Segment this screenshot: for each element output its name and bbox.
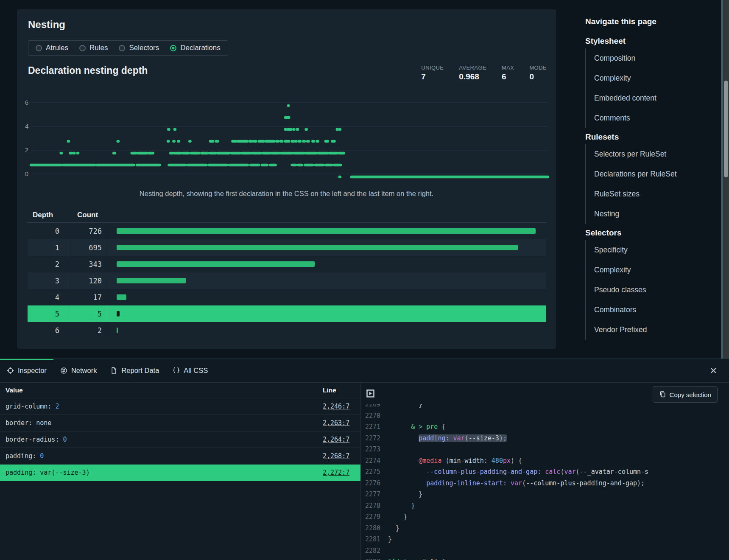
stat-max: MAX6 [502, 64, 514, 81]
scatter-point-depth-4 [287, 128, 293, 131]
declaration-value: var(--size-3) [40, 469, 89, 476]
scatter-point-depth-2 [169, 152, 174, 155]
tab-label: Report Data [121, 367, 159, 375]
count-bar-cell [108, 328, 546, 333]
stat-unique: UNIQUE7 [421, 64, 444, 81]
sidebar-item-ruleset-sizes[interactable]: RuleSet sizes [594, 184, 718, 204]
code-line-number: 2283 [361, 556, 380, 560]
count-bar [117, 278, 186, 283]
scrollbar-thumb[interactable] [724, 81, 728, 177]
code-line: 2276 padding-inline-start: var(--column-… [361, 478, 729, 489]
code-line-number: 2275 [361, 466, 380, 478]
code-line-number: 2273 [361, 444, 380, 455]
sidebar-item-complexity[interactable]: Complexity [594, 68, 718, 88]
declaration-cell: border: none [0, 419, 309, 427]
declaration-value: 0 [63, 436, 67, 443]
depth-cell: 0 [28, 223, 69, 239]
scatter-point-depth-4 [292, 128, 296, 131]
count-cell: 17 [69, 289, 108, 305]
scatter-point-depth-2 [209, 152, 217, 155]
tab-all-css[interactable]: All CSS [166, 359, 215, 382]
sidebar-item-embedded-content[interactable]: Embedded content [594, 88, 718, 108]
radio-atrules[interactable]: Atrules [36, 44, 68, 52]
code-scroll-area[interactable]: 2269 }22702271 & > pre {2272 padding: va… [361, 404, 729, 560]
depth-table-row[interactable]: 3120 [28, 272, 546, 289]
value-table-row[interactable]: padding: 02,268:7 [0, 448, 360, 465]
line-link[interactable]: 2,272:7 [309, 469, 360, 476]
radio-rules[interactable]: Rules [79, 44, 108, 52]
depth-table-row[interactable]: 417 [28, 289, 546, 305]
copy-selection-button[interactable]: Copy selection [653, 386, 718, 403]
depth-table-row[interactable]: 1695 [28, 239, 546, 256]
crosshair-icon [7, 367, 14, 374]
sidebar-item-composition[interactable]: Composition [594, 48, 718, 68]
count-bar-cell [108, 261, 546, 267]
radio-declarations[interactable]: Declarations [170, 44, 221, 52]
scatter-point-depth-2 [112, 152, 116, 155]
code-line: 2270 [361, 410, 729, 422]
scatter-point-depth-1 [332, 164, 342, 167]
sidebar-item-vendor-prefixed[interactable]: Vendor Prefixed [594, 320, 718, 340]
code-line-number: 2271 [361, 421, 380, 433]
scatter-point-depth-2 [190, 152, 201, 155]
scatter-point-depth-2 [304, 152, 318, 155]
radio-selectors[interactable]: Selectors [119, 44, 159, 52]
depth-table-row[interactable]: 0726 [28, 223, 546, 239]
count-bar [117, 311, 120, 316]
inspector-panel: InspectorNetworkReport DataAll CSS✕ Valu… [0, 358, 729, 560]
line-column-header[interactable]: Line [309, 386, 360, 394]
line-link[interactable]: 2,263:7 [309, 419, 360, 427]
count-bar-cell [108, 228, 546, 234]
radio-dot [79, 45, 86, 51]
value-table-row[interactable]: padding: var(--size-3)2,272:7 [0, 465, 360, 481]
line-link[interactable]: 2,264:7 [309, 436, 360, 443]
sidebar-item-combinators[interactable]: Combinators [594, 300, 718, 320]
scatter-point-depth-1 [186, 164, 207, 167]
tab-network[interactable]: Network [53, 359, 104, 382]
line-link[interactable]: 2,268:7 [309, 452, 360, 460]
scatter-point-depth-2 [271, 152, 281, 155]
selected-declaration: padding: var(--size-3); [419, 434, 507, 442]
scatter-point-depth-2 [338, 152, 345, 155]
code-line-content: --column-plus-padding-and-gap: calc(var(… [388, 466, 648, 478]
value-table-row[interactable]: border: none2,263:7 [0, 415, 360, 431]
scatter-point-depth-4 [296, 128, 299, 131]
code-line-content: } [388, 500, 415, 512]
panel-toggle-icon[interactable] [366, 389, 374, 399]
scatter-point-depth-2 [200, 152, 209, 155]
value-table-row[interactable]: grid-column: 22,246:7 [0, 398, 360, 415]
scatter-point-depth-2 [280, 152, 293, 155]
tab-report-data[interactable]: Report Data [103, 359, 166, 382]
declaration-cell: grid-column: 2 [0, 403, 309, 410]
depth-table-row[interactable]: 62 [28, 322, 546, 339]
scatter-point-depth-1 [297, 164, 303, 167]
declaration-property: border-radius: [6, 436, 63, 443]
scatter-point-depth-1 [261, 164, 269, 167]
sidebar-item-pseudo-classes[interactable]: Pseudo classes [594, 280, 718, 300]
page-scrollbar[interactable] [723, 0, 729, 358]
line-link[interactable]: 2,246:7 [309, 403, 360, 410]
sidebar-item-selectors-per-ruleset[interactable]: Selectors per RuleSet [594, 144, 718, 164]
sidebar-item-declarations-per-ruleset[interactable]: Declarations per RuleSet [594, 164, 718, 184]
value-table-row[interactable]: border-radius: 02,264:7 [0, 431, 360, 448]
code-line-number: 2280 [361, 523, 380, 534]
depth-table-row[interactable]: 2343 [28, 256, 546, 272]
radio-dot [119, 45, 125, 51]
sidebar-item-complexity[interactable]: Complexity [594, 260, 718, 280]
scatter-point-depth-2 [182, 152, 190, 155]
scatter-point-depth-5 [287, 116, 290, 119]
scatter-point-depth-3 [257, 140, 265, 143]
tab-inspector[interactable]: Inspector [0, 359, 53, 382]
count-cell: 2 [69, 322, 108, 339]
tab-label: Network [71, 367, 97, 375]
stats-row: UNIQUE7AVERAGE0.968MAX6MODE0 [421, 64, 547, 81]
count-bar [117, 228, 536, 234]
depth-table-row[interactable]: 55 [28, 305, 546, 322]
sidebar-item-nesting[interactable]: Nesting [594, 204, 718, 224]
sidebar-item-comments[interactable]: Comments [594, 108, 718, 128]
sidebar-item-specificity[interactable]: Specificity [594, 240, 718, 260]
code-line-number: 2278 [361, 500, 380, 512]
scatter-point-depth-3 [209, 140, 215, 143]
close-panel-icon[interactable]: ✕ [706, 359, 721, 382]
count-bar [117, 328, 118, 333]
